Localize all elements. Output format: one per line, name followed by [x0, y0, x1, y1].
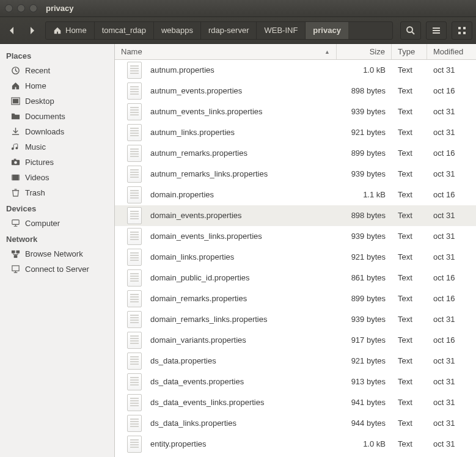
table-row[interactable]: ds_data_events_links.properties941 bytes…	[115, 392, 476, 413]
cell-modified: oct 31	[427, 439, 476, 448]
cell-name: domain_events.properties	[115, 207, 337, 224]
sidebar-item[interactable]: Documents	[0, 109, 114, 124]
column-name[interactable]: Name▲	[115, 44, 337, 59]
grid-view-button[interactable]	[452, 21, 472, 40]
file-icon	[127, 415, 142, 432]
table-row[interactable]: autnum.properties1.0 kBTextoct 31	[115, 60, 476, 81]
file-name: entity.properties	[150, 439, 207, 448]
back-button[interactable]	[4, 22, 21, 39]
table-row[interactable]: ds_data_events.properties913 bytesTextoc…	[115, 371, 476, 392]
table-row[interactable]: autnum_remarks_links.properties939 bytes…	[115, 164, 476, 185]
view-options-button[interactable]	[426, 21, 447, 40]
network-icon	[11, 249, 20, 258]
sidebar-item[interactable]: Trash	[0, 185, 114, 200]
cell-name: autnum_events_links.properties	[115, 103, 337, 120]
cell-name: domain_variants.properties	[115, 332, 337, 349]
cell-type: Text	[392, 252, 427, 261]
table-row[interactable]: domain_events.properties898 bytesTextoct…	[115, 205, 476, 226]
table-row[interactable]: autnum_remarks.properties899 bytesTextoc…	[115, 143, 476, 164]
cell-type: Text	[392, 294, 427, 303]
file-icon	[127, 436, 142, 453]
file-name: domain_remarks_links.properties	[150, 315, 267, 324]
sidebar-item[interactable]: Browse Network	[0, 246, 114, 261]
breadcrumb-item[interactable]: webapps	[154, 22, 201, 39]
sidebar-item[interactable]: Pictures	[0, 155, 114, 170]
table-row[interactable]: autnum_links.properties921 bytesTextoct …	[115, 122, 476, 143]
file-name: autnum_links.properties	[150, 128, 235, 137]
maximize-icon[interactable]	[29, 4, 37, 12]
toolbar-right	[400, 21, 472, 40]
table-row[interactable]: domain_variants.properties917 bytesTexto…	[115, 330, 476, 351]
cell-name: domain_events_links.properties	[115, 228, 337, 245]
cell-size: 898 bytes	[337, 86, 392, 95]
cell-type: Text	[392, 86, 427, 95]
table-row[interactable]: ds_data.properties921 bytesTextoct 31	[115, 351, 476, 371]
cell-size: 898 bytes	[337, 211, 392, 220]
table-row[interactable]: autnum_events.properties898 bytesTextoct…	[115, 81, 476, 101]
column-size[interactable]: Size	[337, 44, 392, 59]
trash-icon	[11, 188, 20, 197]
cell-size: 1.1 kB	[337, 190, 392, 199]
table-row[interactable]: ds_data_links.properties944 bytesTextoct…	[115, 413, 476, 434]
column-headers: Name▲ Size Type Modified	[115, 44, 476, 60]
column-modified[interactable]: Modified	[427, 44, 476, 59]
cell-type: Text	[392, 148, 427, 158]
cell-size: 913 bytes	[337, 377, 392, 386]
cell-name: ds_data_links.properties	[115, 415, 337, 432]
folder-icon	[11, 112, 20, 121]
sidebar-item[interactable]: Videos	[0, 170, 114, 185]
file-icon	[127, 269, 142, 287]
table-row[interactable]: domain.properties1.1 kBTextoct 16	[115, 185, 476, 205]
table-row[interactable]: domain_events_links.properties939 bytesT…	[115, 226, 476, 247]
sidebar-item-label: Music	[25, 142, 46, 152]
table-row[interactable]: domain_remarks.properties899 bytesTextoc…	[115, 288, 476, 309]
svg-rect-17	[18, 175, 20, 180]
cell-modified: oct 31	[427, 398, 476, 407]
sidebar-item[interactable]: Desktop	[0, 93, 114, 109]
sidebar-item[interactable]: Connect to Server	[0, 261, 114, 277]
cell-modified: oct 31	[427, 128, 476, 137]
table-row[interactable]: domain_links.properties921 bytesTextoct …	[115, 247, 476, 268]
cell-name: domain.properties	[115, 186, 337, 203]
cell-size: 939 bytes	[337, 232, 392, 241]
home-icon	[11, 81, 20, 90]
sidebar-item[interactable]: Home	[0, 78, 114, 93]
table-row[interactable]: domain_remarks_links.properties939 bytes…	[115, 309, 476, 330]
table-row[interactable]: domain_public_id.properties861 bytesText…	[115, 268, 476, 288]
cell-size: 939 bytes	[337, 169, 392, 178]
breadcrumb-item[interactable]: privacy	[306, 22, 348, 39]
sidebar-item[interactable]: Computer	[0, 216, 114, 231]
table-row[interactable]: entity.properties1.0 kBTextoct 31	[115, 434, 476, 455]
cell-type: Text	[392, 419, 427, 428]
close-icon[interactable]	[5, 4, 13, 12]
svg-rect-14	[14, 159, 16, 160]
search-button[interactable]	[400, 21, 421, 40]
forward-button[interactable]	[23, 22, 40, 39]
cell-name: autnum_events.properties	[115, 82, 337, 100]
column-type[interactable]: Type	[392, 44, 427, 59]
cell-modified: oct 16	[427, 273, 476, 282]
cell-modified: oct 31	[427, 169, 476, 178]
svg-rect-19	[12, 250, 15, 254]
sidebar-item[interactable]: Music	[0, 139, 114, 155]
minimize-icon[interactable]	[17, 4, 25, 12]
sidebar-group-header: Devices	[0, 200, 114, 216]
table-row[interactable]: autnum_events_links.properties939 bytesT…	[115, 101, 476, 122]
cell-size: 939 bytes	[337, 107, 392, 116]
svg-rect-15	[12, 175, 20, 180]
breadcrumb-item[interactable]: rdap-server	[201, 22, 257, 39]
breadcrumb-item[interactable]: Home	[46, 22, 95, 39]
file-icon	[127, 394, 142, 411]
cell-type: Text	[392, 190, 427, 199]
sidebar-item[interactable]: Downloads	[0, 124, 114, 139]
breadcrumb-item[interactable]: tomcat_rdap	[95, 22, 154, 39]
sidebar-item-label: Trash	[25, 188, 45, 197]
breadcrumb-item[interactable]: WEB-INF	[257, 22, 306, 39]
sidebar-item[interactable]: Recent	[0, 63, 114, 78]
music-icon	[11, 142, 20, 152]
cell-modified: oct 16	[427, 335, 476, 345]
cell-name: autnum_remarks.properties	[115, 145, 337, 162]
toolbar: Hometomcat_rdapwebappsrdap-serverWEB-INF…	[0, 17, 476, 44]
sidebar-item-label: Computer	[25, 219, 60, 228]
file-name: domain_remarks.properties	[150, 294, 247, 303]
